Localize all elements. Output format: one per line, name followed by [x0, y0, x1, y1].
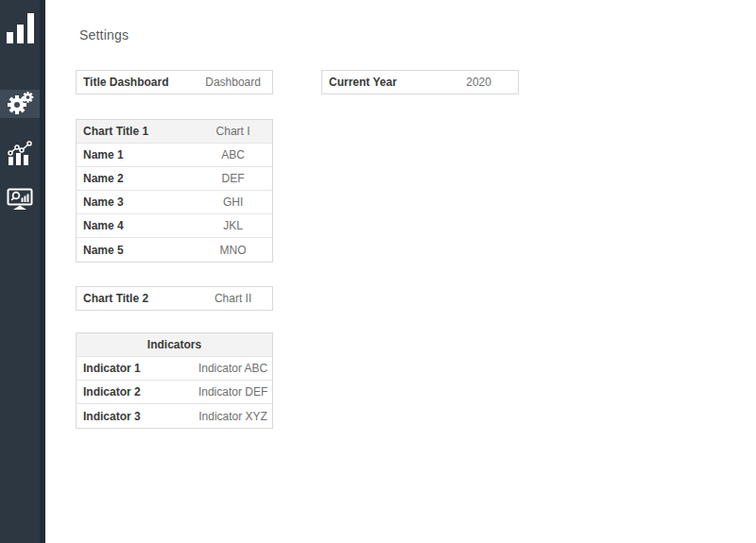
field-value-cell[interactable]: MNO: [194, 244, 272, 257]
indicators-table: Indicators Indicator 1 Indicator ABC Ind…: [76, 332, 273, 429]
table-row: Name 5 MNO: [77, 238, 272, 262]
field-label: Indicator 1: [77, 362, 194, 375]
field-label: Name 2: [77, 172, 194, 185]
field-label: Name 3: [77, 195, 194, 209]
field-value-cell[interactable]: Indicator XYZ: [194, 410, 272, 423]
line-bar-chart-icon: [8, 141, 32, 165]
table-row: Indicator 3 Indicator XYZ: [77, 404, 272, 428]
field-label: Name 1: [77, 148, 194, 161]
field-value-cell[interactable]: JKL: [194, 219, 272, 232]
field-value-cell[interactable]: ABC: [194, 148, 272, 161]
sidebar-item-reports[interactable]: [0, 185, 45, 213]
table-header-row: Chart Title 1 Chart I: [77, 120, 272, 144]
screen-search-icon: [7, 188, 33, 211]
gears-icon: [6, 91, 34, 117]
sidebar-item-charts[interactable]: [0, 139, 45, 167]
field-value-cell[interactable]: Chart II: [194, 292, 272, 305]
table-row: Name 2 DEF: [77, 167, 272, 191]
bar-chart-logo-icon: [7, 13, 34, 43]
field-value-cell[interactable]: 2020: [439, 76, 518, 89]
table-row: Indicator 2 Indicator DEF: [77, 381, 272, 404]
field-label: Chart Title 2: [77, 292, 194, 305]
table-row: Name 1 ABC: [77, 144, 272, 167]
sidebar-edge-divider: [40, 0, 45, 543]
indicators-title: Indicators: [147, 338, 201, 351]
field-label: Name 4: [77, 219, 194, 232]
field-label: Name 5: [77, 244, 194, 257]
field-value-cell[interactable]: GHI: [194, 195, 272, 209]
field-value-cell[interactable]: Indicator ABC: [194, 362, 272, 375]
field-label: Title Dashboard: [77, 76, 194, 89]
field-value-cell[interactable]: Indicator DEF: [194, 385, 272, 399]
chart1-settings-table: Chart Title 1 Chart I Name 1 ABC Name 2 …: [76, 119, 273, 263]
field-title-dashboard: Title Dashboard Dashboard: [76, 70, 273, 94]
field-value-cell[interactable]: Chart I: [194, 125, 272, 138]
field-label: Current Year: [322, 76, 439, 89]
page-title: Settings: [79, 27, 129, 42]
table-row: Name 3 GHI: [77, 191, 272, 214]
field-value-cell[interactable]: DEF: [194, 172, 272, 185]
field-label: Chart Title 1: [77, 125, 194, 138]
settings-page: Settings Title Dashboard Dashboard Curre…: [0, 0, 756, 543]
sidebar-item-settings[interactable]: [0, 90, 45, 118]
table-row: Name 4 JKL: [77, 214, 272, 238]
field-chart-title-2: Chart Title 2 Chart II: [76, 286, 273, 311]
field-label: Indicator 3: [77, 410, 194, 423]
sidebar-logo[interactable]: [0, 8, 45, 49]
sidebar: [0, 0, 45, 543]
table-header-row: Indicators: [77, 333, 272, 357]
field-label: Indicator 2: [77, 385, 194, 399]
field-value-cell[interactable]: Dashboard: [194, 76, 272, 89]
field-current-year: Current Year 2020: [321, 70, 519, 94]
table-row: Indicator 1 Indicator ABC: [77, 357, 272, 381]
